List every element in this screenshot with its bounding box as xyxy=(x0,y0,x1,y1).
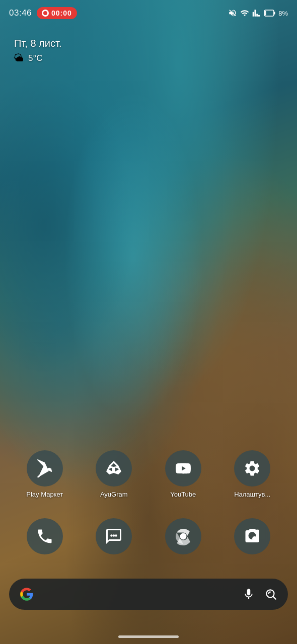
microphone-icon xyxy=(242,588,255,601)
google-search-bar[interactable] xyxy=(9,579,288,610)
google-g-icon xyxy=(20,587,34,601)
youtube-label: YouTube xyxy=(170,491,196,498)
app-messages[interactable] xyxy=(86,518,141,558)
status-right: 8% xyxy=(228,9,288,18)
google-lens-button[interactable] xyxy=(263,586,279,602)
wifi-icon xyxy=(240,9,249,18)
play-market-icon-circle xyxy=(27,450,63,487)
ayugram-icon-circle xyxy=(96,450,132,487)
youtube-icon xyxy=(174,459,192,477)
app-camera[interactable] xyxy=(225,518,280,558)
app-youtube[interactable]: YouTube xyxy=(156,450,211,498)
battery-icon xyxy=(264,10,275,17)
lens-search-icon xyxy=(264,588,277,601)
phone-icon-circle xyxy=(27,518,63,554)
settings-label: Налаштув... xyxy=(234,491,270,498)
messages-icon-circle xyxy=(96,518,132,554)
status-bar: 03:46 00:00 8% xyxy=(0,0,297,26)
camera-icon xyxy=(243,527,261,545)
clock: 03:46 xyxy=(9,8,32,18)
weather-cloud-icon: 🌥 xyxy=(14,52,24,64)
chrome-icon-circle xyxy=(165,518,201,554)
svg-point-5 xyxy=(115,534,118,537)
ayugram-icon xyxy=(105,459,123,477)
app-row-1: Play Маркет AyuGram YouTube Налаштув... xyxy=(0,450,297,498)
camera-icon-circle xyxy=(234,518,270,554)
phone-icon xyxy=(36,527,54,545)
weather-row: 🌥 5°C xyxy=(14,52,61,64)
youtube-icon-circle xyxy=(165,450,201,487)
recording-dot-icon xyxy=(42,10,49,17)
play-market-label: Play Маркет xyxy=(26,491,63,498)
date-text: Пт, 8 лист. xyxy=(14,38,61,49)
settings-icon xyxy=(243,459,261,477)
svg-point-3 xyxy=(111,534,113,537)
mute-icon xyxy=(228,9,237,18)
app-play-market[interactable]: Play Маркет xyxy=(17,450,72,498)
app-ayugram[interactable]: AyuGram xyxy=(86,450,141,498)
google-mic-button[interactable] xyxy=(241,586,257,602)
home-indicator xyxy=(118,635,179,638)
ayugram-label: AyuGram xyxy=(100,491,128,498)
svg-rect-2 xyxy=(265,11,266,15)
svg-rect-1 xyxy=(274,12,275,15)
status-left: 03:46 00:00 xyxy=(9,7,77,19)
app-phone[interactable] xyxy=(17,518,72,558)
recording-time: 00:00 xyxy=(51,9,72,17)
google-logo xyxy=(18,586,35,603)
svg-line-9 xyxy=(273,597,276,599)
battery-percent: 8% xyxy=(278,10,288,17)
play-market-icon xyxy=(36,459,54,477)
messages-icon xyxy=(105,527,123,545)
signal-icon xyxy=(252,9,261,18)
app-settings[interactable]: Налаштув... xyxy=(225,450,280,498)
settings-icon-circle xyxy=(234,450,270,487)
recording-badge: 00:00 xyxy=(37,7,77,19)
svg-point-4 xyxy=(113,534,115,537)
weather-temperature: 5°C xyxy=(28,53,43,63)
chrome-icon xyxy=(174,527,192,545)
date-weather-widget: Пт, 8 лист. 🌥 5°C xyxy=(14,38,61,64)
app-chrome[interactable] xyxy=(156,518,211,558)
app-row-2 xyxy=(0,518,297,558)
